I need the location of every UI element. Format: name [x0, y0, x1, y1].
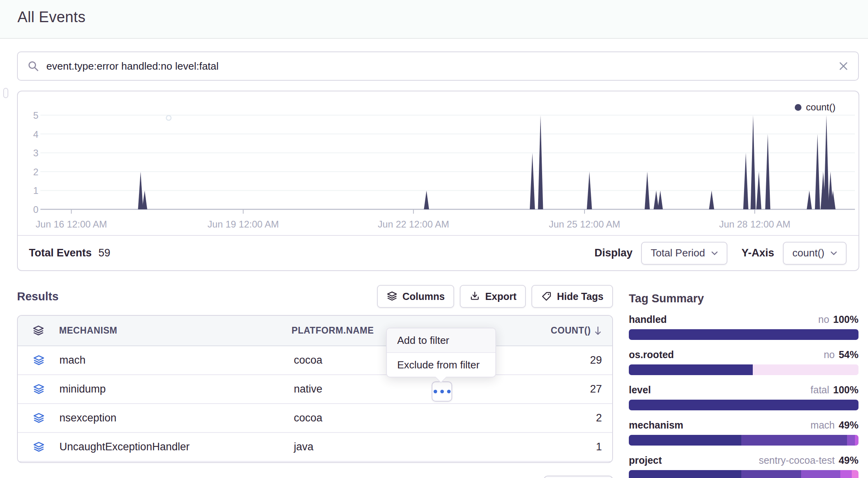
tag-bar-segment	[629, 400, 858, 410]
clear-search-icon[interactable]	[838, 61, 849, 71]
cell-mechanism[interactable]: mach	[59, 354, 294, 366]
column-header-mechanism[interactable]: MECHANISM	[59, 325, 291, 336]
yaxis-dropdown[interactable]: count()	[783, 242, 847, 265]
menu-item-add-to-filter[interactable]: Add to filter	[387, 328, 495, 353]
display-dropdown[interactable]: Total Period	[641, 242, 727, 265]
cell-count[interactable]: 1	[555, 441, 612, 453]
chart-footer: Total Events 59 Display Total Period Y-A…	[18, 235, 858, 270]
table-row[interactable]: UncaughtExceptionHandler java 1	[18, 433, 612, 462]
chart-spike	[424, 190, 429, 209]
page-title: All Events	[17, 9, 86, 26]
x-axis-tick-label: Jun 28 12:00 AM	[719, 219, 790, 230]
tag-distribution-bar[interactable]	[629, 435, 858, 446]
ellipsis-icon	[440, 390, 444, 393]
drag-handle[interactable]	[3, 88, 8, 98]
tag-percent: 100%	[833, 314, 858, 325]
tag-bar-segment	[741, 435, 847, 446]
column-header-count[interactable]: COUNT()	[551, 325, 612, 336]
tag-top-value: fatal	[811, 384, 829, 395]
tag-summary-panel: Tag Summary handled no100% os.rooted no5…	[629, 292, 858, 478]
tag-bar-segment	[753, 364, 858, 375]
layers-icon	[386, 291, 398, 302]
cell-count[interactable]: 2	[555, 412, 612, 424]
ellipsis-icon	[447, 390, 451, 393]
hide-tags-button-label: Hide Tags	[557, 291, 603, 302]
tag-bar-segment	[801, 470, 840, 478]
cell-platform[interactable]: native	[294, 383, 555, 395]
download-icon	[469, 291, 480, 302]
tag-bar-segment	[847, 435, 855, 446]
results-heading: Results	[17, 290, 59, 303]
y-axis-tick-label: 0	[33, 204, 38, 215]
results-header-row: Results Columns Export Hide Tags	[17, 282, 613, 311]
tag-percent: 100%	[833, 384, 858, 395]
events-chart[interactable]: 012345Jun 16 12:00 AMJun 19 12:00 AMJun …	[18, 91, 858, 234]
tag-distribution-bar[interactable]	[629, 329, 858, 340]
chart-legend[interactable]: count()	[795, 102, 836, 113]
tag-icon	[541, 291, 552, 302]
tag-distribution-bar[interactable]	[629, 470, 858, 478]
tag-percent: 54%	[839, 349, 858, 360]
cell-platform[interactable]: java	[294, 441, 555, 453]
chart-spike	[743, 153, 748, 209]
table-row[interactable]: mach cocoa 29	[18, 346, 612, 375]
export-button[interactable]: Export	[460, 285, 526, 308]
cell-mechanism[interactable]: UncaughtExceptionHandler	[59, 441, 294, 453]
cell-count[interactable]: 29	[555, 354, 612, 366]
legend-label: count()	[806, 102, 836, 113]
table-header-row: MECHANISM PLATFORM.NAME COUNT()	[18, 316, 612, 346]
tag-name: level	[629, 384, 651, 396]
y-axis-tick-label: 5	[33, 110, 38, 121]
y-axis-tick-label: 1	[33, 185, 38, 196]
search-input[interactable]	[46, 60, 838, 73]
table-row[interactable]: nsexception cocoa 2	[18, 404, 612, 433]
tag-distribution-bar[interactable]	[629, 364, 858, 375]
chevron-down-icon	[711, 251, 718, 255]
chart-spike	[709, 190, 714, 209]
columns-button[interactable]: Columns	[377, 285, 454, 308]
chart-spike	[654, 190, 659, 209]
tag-bar-segment	[852, 470, 858, 478]
layers-icon[interactable]	[32, 325, 44, 337]
yaxis-dropdown-value: count()	[792, 247, 824, 259]
cell-platform[interactable]: cocoa	[294, 412, 555, 424]
display-dropdown-value: Total Period	[651, 247, 705, 259]
x-axis-tick-label: Jun 25 12:00 AM	[549, 219, 620, 230]
tag-name: os.rooted	[629, 349, 674, 360]
hide-tags-button[interactable]: Hide Tags	[531, 285, 613, 308]
tag-percent: 49%	[839, 419, 858, 431]
table-row[interactable]: minidump native 27	[18, 375, 612, 404]
cell-mechanism[interactable]: nsexception	[59, 412, 294, 424]
legend-dot-icon	[795, 104, 801, 111]
cell-mechanism[interactable]: minidump	[59, 383, 294, 395]
layers-icon	[33, 412, 45, 424]
tag-percent: 49%	[839, 455, 858, 466]
tag-bar-segment	[629, 364, 753, 375]
tag-group-project: project sentry-cocoa-test49%	[629, 454, 858, 478]
results-table: MECHANISM PLATFORM.NAME COUNT() mach coc…	[17, 315, 613, 463]
y-axis-tick-label: 4	[33, 129, 38, 140]
search-bar[interactable]	[17, 51, 859, 81]
export-button-label: Export	[485, 291, 516, 302]
tag-bar-segment	[840, 470, 852, 478]
columns-button-label: Columns	[402, 291, 445, 302]
chart-spike	[824, 115, 829, 209]
tag-bar-segment	[855, 435, 858, 446]
cell-actions-button[interactable]	[432, 381, 452, 402]
tag-distribution-bar[interactable]	[629, 400, 858, 410]
total-events-value: 59	[99, 247, 110, 259]
x-axis-tick-label: Jun 22 12:00 AM	[378, 219, 449, 230]
tag-top-value: mach	[811, 419, 835, 431]
tag-top-value: no	[824, 349, 835, 360]
tag-bar-segment	[629, 435, 741, 446]
tag-bar-segment	[741, 470, 801, 478]
cell-context-menu: Add to filter Exclude from filter	[386, 328, 496, 377]
total-events-label: Total Events	[29, 247, 92, 259]
tag-group-level: level fatal100%	[629, 384, 858, 410]
tag-name: project	[629, 454, 662, 466]
cell-count[interactable]: 27	[555, 383, 612, 395]
tag-group-mechanism: mechanism mach49%	[629, 419, 858, 446]
tag-summary-heading: Tag Summary	[629, 292, 858, 305]
layers-icon	[33, 383, 45, 395]
pagination-button[interactable]	[544, 476, 613, 478]
